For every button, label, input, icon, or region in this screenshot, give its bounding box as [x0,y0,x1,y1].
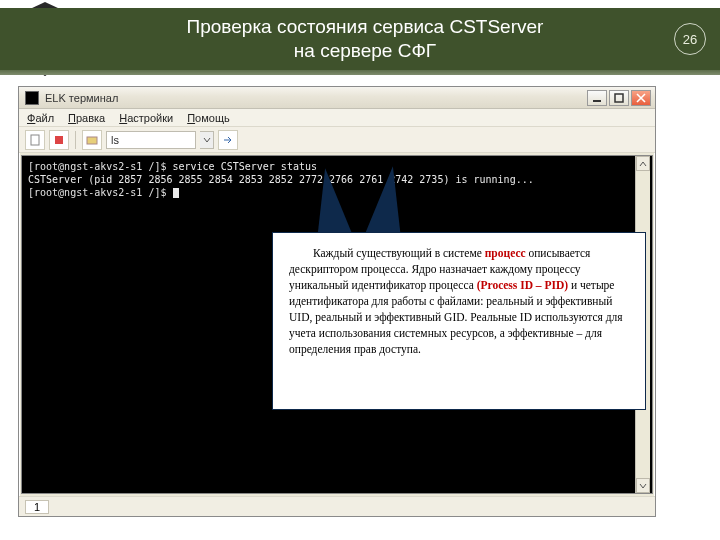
chevron-up-icon [639,160,647,168]
toolbar-button-action[interactable] [49,130,69,150]
explainer-callout: Каждый существующий в системе процесс оп… [272,232,646,410]
chevron-down-icon [203,136,211,144]
document-icon [29,134,41,146]
svg-rect-1 [615,94,623,102]
minimize-button[interactable] [587,90,607,106]
menubar: Файл Правка Настройки Помощь [19,109,655,127]
slide-banner: Проверка состояния сервиса CSTServer на … [0,8,720,70]
menu-file[interactable]: Файл [27,112,54,124]
command-text: service CSTServer status [173,161,318,172]
menu-edit[interactable]: Правка [68,112,105,124]
maximize-button[interactable] [609,90,629,106]
path-field[interactable]: ls [106,131,196,149]
menu-help[interactable]: Помощь [187,112,230,124]
svg-rect-3 [55,136,63,144]
svg-rect-2 [31,135,39,145]
page-number-badge: 26 [674,23,706,55]
scroll-down-button[interactable] [636,478,650,493]
close-button[interactable] [631,90,651,106]
toolbar: ls [19,127,655,153]
toolbar-button-folder[interactable] [82,130,102,150]
scroll-up-button[interactable] [636,156,650,171]
close-icon [636,93,646,103]
prompt: [root@ngst-akvs2-s1 /]$ [28,187,173,198]
minimize-icon [592,93,602,103]
svg-rect-4 [87,137,97,144]
menu-settings[interactable]: Настройки [119,112,173,124]
prompt: [root@ngst-akvs2-s1 /]$ [28,161,173,172]
svg-rect-0 [593,100,601,102]
toolbar-button-new[interactable] [25,130,45,150]
window-app-icon [25,91,39,105]
folder-icon [86,134,98,146]
statusbar: 1 [19,496,655,516]
highlight-pid: (Process ID – PID) [477,279,568,291]
maximize-icon [614,93,624,103]
banner-underline [0,70,720,75]
highlight-process: процесс [485,247,526,259]
toolbar-separator [75,131,76,149]
chevron-down-icon [639,482,647,490]
callout-text: Каждый существующий в системе процесс оп… [289,245,629,357]
slide-title: Проверка состояния сервиса CSTServer на … [110,15,620,63]
status-tab[interactable]: 1 [25,500,49,514]
cursor-icon [173,188,179,198]
window-title: ELK терминал [45,92,118,104]
path-dropdown[interactable] [200,131,214,149]
window-titlebar[interactable]: ELK терминал [19,87,655,109]
go-icon [222,134,234,146]
slide-title-line1: Проверка состояния сервиса CSTServer [187,16,544,37]
slide-title-line2: на сервере СФГ [294,40,436,61]
toolbar-button-go[interactable] [218,130,238,150]
red-square-icon [53,134,65,146]
